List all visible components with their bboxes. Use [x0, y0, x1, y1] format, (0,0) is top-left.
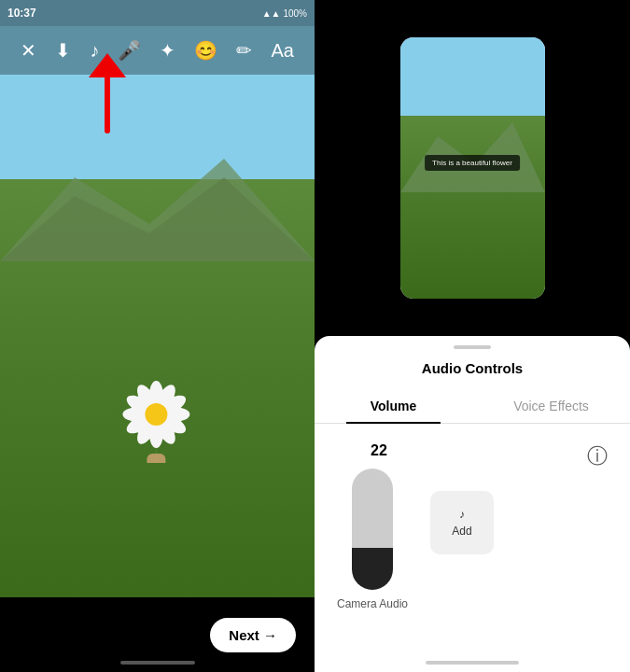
music-icon[interactable]: ♪ [84, 35, 105, 67]
audio-panel-title: Audio Controls [315, 360, 630, 376]
preview-card: This is a beautiful flower [400, 37, 545, 299]
camera-audio-label: Camera Audio [337, 597, 408, 610]
battery-indicator: 100% [283, 8, 307, 19]
wifi-icon: ▲▲ [262, 8, 281, 19]
download-icon[interactable]: ⬇ [49, 34, 77, 67]
tab-volume[interactable]: Volume [315, 389, 472, 423]
bottom-indicator-right [426, 661, 519, 665]
status-icons: ▲▲ 100% [262, 8, 307, 19]
flower [119, 370, 193, 467]
draw-icon[interactable]: ✏ [231, 34, 258, 67]
bottom-indicator [120, 661, 195, 665]
left-panel: 10:37 ▲▲ 100% ✕ ⬇ ♪ 🎤 ✦ 😊 ✏ Aa [0, 0, 315, 672]
volume-content: 22 Camera Audio ♪ Add ⓘ [315, 424, 630, 629]
add-label: Add [452, 525, 471, 538]
svg-rect-18 [147, 454, 165, 463]
audio-panel: Audio Controls Volume Voice Effects 22 C… [315, 336, 630, 672]
slider-row: Camera Audio ♪ Add [337, 469, 494, 610]
svg-point-17 [145, 403, 167, 426]
video-background [0, 0, 315, 597]
effects-icon[interactable]: ✦ [154, 34, 181, 67]
top-toolbar: ✕ ⬇ ♪ 🎤 ✦ 😊 ✏ Aa [0, 26, 315, 75]
close-icon[interactable]: ✕ [15, 34, 42, 67]
text-icon[interactable]: Aa [265, 35, 299, 67]
add-music-button[interactable]: ♪ Add [430, 491, 494, 554]
mic-icon[interactable]: 🎤 [112, 34, 147, 67]
info-icon[interactable]: ⓘ [587, 442, 608, 470]
camera-audio-slider-container: Camera Audio [337, 469, 408, 610]
next-button[interactable]: Next → [210, 618, 296, 652]
camera-audio-slider[interactable] [352, 469, 393, 590]
sticker-icon[interactable]: 😊 [189, 34, 223, 67]
music-note-icon: ♪ [459, 508, 465, 521]
right-panel: This is a beautiful flower Audio Control… [315, 0, 630, 672]
panel-handle [454, 345, 491, 349]
tab-voice-effects[interactable]: Voice Effects [472, 389, 630, 423]
volume-value: 22 [371, 442, 387, 459]
status-time: 10:37 [7, 7, 36, 20]
status-bar: 10:37 ▲▲ 100% [0, 0, 315, 26]
preview-caption: This is a beautiful flower [425, 155, 520, 171]
tabs-row: Volume Voice Effects [315, 389, 630, 424]
